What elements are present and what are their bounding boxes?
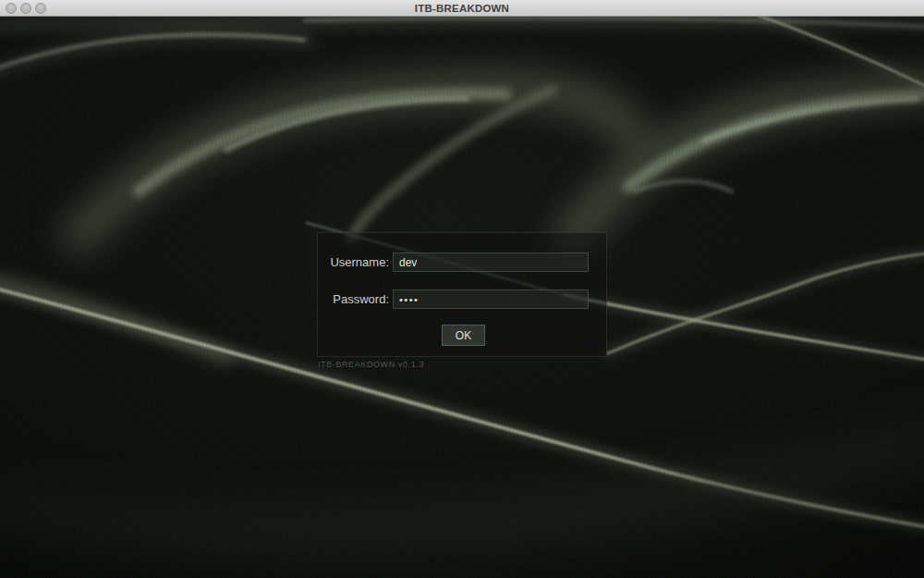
app-version-text: ITB-BREAKDOWN v0.1.3	[318, 360, 424, 369]
ok-button[interactable]: OK	[442, 325, 485, 346]
username-input[interactable]	[393, 252, 589, 272]
username-row: Username:	[318, 252, 606, 272]
zoom-button[interactable]	[35, 3, 46, 14]
app-window: ITB-BREAKDOWN Username: Password: OK ITB…	[0, 0, 924, 578]
titlebar: ITB-BREAKDOWN	[0, 0, 924, 17]
password-label: Password:	[318, 292, 389, 306]
password-input[interactable]	[393, 289, 589, 309]
username-label: Username:	[318, 255, 389, 269]
window-controls	[6, 3, 46, 14]
login-panel: Username: Password: OK	[317, 232, 607, 357]
password-row: Password:	[318, 289, 606, 309]
minimize-button[interactable]	[20, 3, 31, 14]
window-title: ITB-BREAKDOWN	[0, 0, 924, 17]
close-button[interactable]	[6, 3, 17, 14]
